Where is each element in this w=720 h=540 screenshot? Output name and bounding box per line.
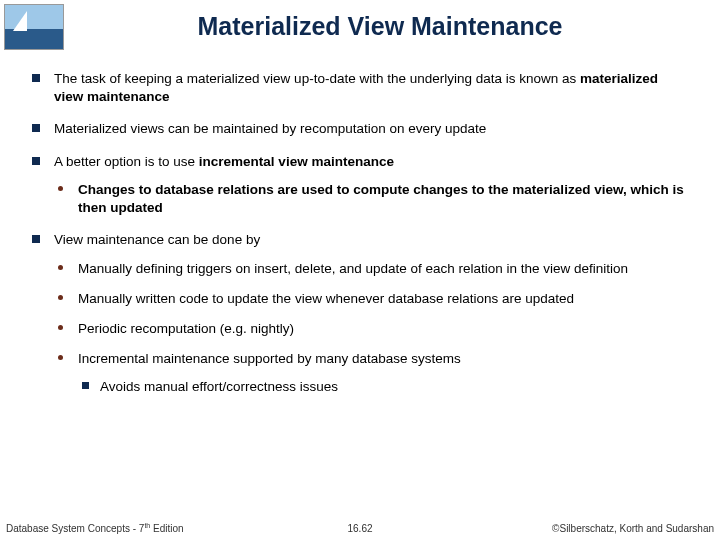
- sub-bullet-item: Incremental maintenance supported by man…: [54, 350, 690, 396]
- bullet-item: Materialized views can be maintained by …: [30, 120, 690, 138]
- bullet-list: The task of keeping a materialized view …: [30, 70, 690, 397]
- text: View maintenance can be done by: [54, 232, 260, 247]
- bullet-item: The task of keeping a materialized view …: [30, 70, 690, 106]
- slide-content: The task of keeping a materialized view …: [30, 70, 690, 411]
- sub-sub-bullet-list: Avoids manual effort/correctness issues: [78, 378, 690, 396]
- bullet-item: View maintenance can be done by Manually…: [30, 231, 690, 396]
- sub-bullet-list: Changes to database relations are used t…: [54, 181, 690, 217]
- text: Manually written code to update the view…: [78, 291, 574, 306]
- slide: Materialized View Maintenance The task o…: [0, 0, 720, 540]
- bullet-item: A better option is to use incremental vi…: [30, 153, 690, 218]
- slide-title: Materialized View Maintenance: [60, 0, 700, 41]
- text: Incremental maintenance supported by man…: [78, 351, 461, 366]
- bold-text: incremental view maintenance: [199, 154, 394, 169]
- text: Periodic recomputation (e.g. nightly): [78, 321, 294, 336]
- text: Materialized views can be maintained by …: [54, 121, 486, 136]
- text: Manually defining triggers on insert, de…: [78, 261, 628, 276]
- sub-bullet-item: Changes to database relations are used t…: [54, 181, 690, 217]
- bold-text: Changes to database relations are used t…: [78, 182, 684, 215]
- book-logo: [4, 4, 64, 50]
- sub-bullet-item: Periodic recomputation (e.g. nightly): [54, 320, 690, 338]
- text: A better option is to use: [54, 154, 199, 169]
- sub-bullet-list: Manually defining triggers on insert, de…: [54, 260, 690, 397]
- sub-bullet-item: Manually written code to update the view…: [54, 290, 690, 308]
- sub-bullet-item: Manually defining triggers on insert, de…: [54, 260, 690, 278]
- sub-sub-bullet-item: Avoids manual effort/correctness issues: [78, 378, 690, 396]
- text: The task of keeping a materialized view …: [54, 71, 580, 86]
- text: Avoids manual effort/correctness issues: [100, 379, 338, 394]
- footer-copyright: ©Silberschatz, Korth and Sudarshan: [552, 523, 714, 534]
